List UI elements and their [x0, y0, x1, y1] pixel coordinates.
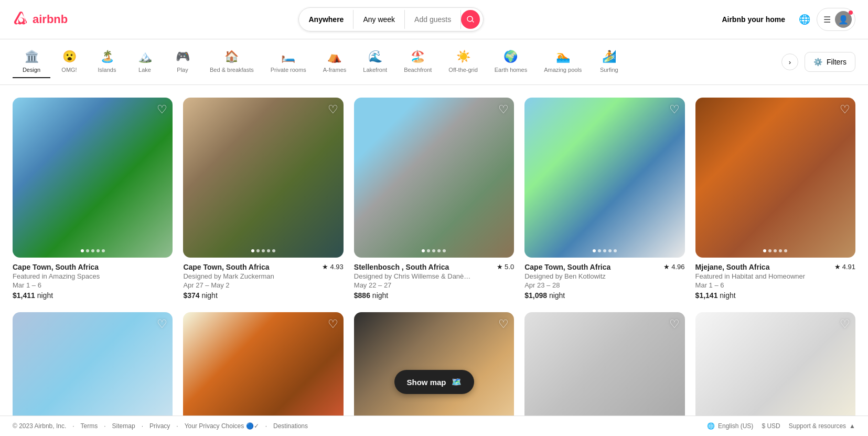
show-map-button[interactable]: Show map 🗺️ — [394, 370, 474, 394]
category-item-off-grid[interactable]: ☀️ Off-the-grid — [440, 46, 486, 78]
listing-dates: Mar 1 – 6 — [13, 281, 173, 289]
listing-dot — [256, 249, 260, 252]
category-label-lake: Lake — [138, 67, 151, 73]
hamburger-icon: ☰ — [823, 15, 831, 25]
listing-dot — [614, 249, 617, 252]
listing-card[interactable]: ♡ Cape Town, South Africa Featured in Am… — [13, 98, 173, 300]
category-item-design[interactable]: 🏛️ Design — [13, 46, 50, 78]
category-label-off-grid: Off-the-grid — [448, 67, 477, 73]
heart-button[interactable]: ♡ — [840, 317, 850, 331]
category-item-play[interactable]: 🎮 Play — [164, 46, 201, 78]
heart-button[interactable]: ♡ — [328, 317, 338, 331]
category-item-private-rooms[interactable]: 🛏️ Private rooms — [262, 46, 315, 78]
listing-card[interactable]: ♡ Cape Town, South Africa ★4.96 Designed… — [524, 98, 684, 300]
category-icon-lakefront: 🌊 — [368, 50, 382, 63]
listing-info: Mjejane, South Africa ★4.91 Featured in … — [695, 263, 855, 300]
filters-label: Filters — [827, 58, 846, 66]
footer-left: © 2023 Airbnb, Inc. · Terms · Sitemap · … — [13, 422, 308, 430]
listing-card[interactable]: ♡ Mjejane, South Africa ★4.91 Featured i… — [695, 98, 855, 300]
star-icon: ★ — [663, 263, 670, 271]
category-item-surfing[interactable]: 🏄 Surfing — [590, 46, 628, 78]
listing-info: Cape Town, South Africa ★4.93 Designed b… — [183, 263, 343, 300]
listing-dot — [593, 249, 596, 252]
listing-dot — [91, 249, 94, 252]
category-item-bed-breakfasts[interactable]: 🏠 Bed & breakfasts — [201, 46, 262, 78]
category-item-beachfront[interactable]: 🏖️ Beachfront — [395, 46, 440, 78]
heart-button[interactable]: ♡ — [669, 103, 680, 116]
listing-dates: Mar 1 – 6 — [695, 281, 855, 289]
listing-dot — [779, 249, 782, 252]
filters-button[interactable]: ⚙️ Filters — [805, 52, 855, 72]
heart-button[interactable]: ♡ — [840, 103, 850, 116]
category-icon-off-grid: ☀️ — [456, 50, 470, 63]
listing-card[interactable]: ♡ Cape Town, South Africa ★4.93 Designed… — [183, 98, 343, 300]
listing-dot — [251, 249, 254, 252]
airbnb-home-button[interactable]: Airbnb your home — [714, 10, 792, 29]
listing-rating: ★4.93 — [322, 263, 343, 271]
listing-subtitle: Featured in Amazing Spaces — [13, 272, 173, 280]
search-anywhere[interactable]: Anywhere — [299, 10, 353, 29]
footer-separator: · — [72, 422, 74, 430]
listing-image — [183, 98, 343, 258]
listing-image — [524, 98, 684, 258]
heart-button[interactable]: ♡ — [669, 317, 680, 331]
search-any-week[interactable]: Any week — [353, 10, 405, 29]
airbnb-logo-icon — [13, 11, 29, 28]
listing-dot — [598, 249, 601, 252]
search-add-guests[interactable]: Add guests — [405, 10, 461, 29]
category-item-earth-homes[interactable]: 🌍 Earth homes — [486, 46, 535, 78]
category-icon-lake: 🏔️ — [138, 50, 152, 63]
heart-button[interactable]: ♡ — [328, 103, 338, 116]
globe-icon[interactable]: 🌐 — [799, 14, 810, 25]
category-next-button[interactable]: › — [781, 54, 798, 70]
category-item-lake[interactable]: 🏔️ Lake — [126, 46, 164, 78]
listing-image-wrap: ♡ — [183, 98, 343, 258]
category-icon-play: 🎮 — [176, 50, 190, 63]
listing-image — [354, 98, 514, 258]
listing-price: $886 night — [354, 291, 514, 300]
category-label-private-rooms: Private rooms — [271, 67, 306, 73]
listing-location: Cape Town, South Africa — [524, 263, 610, 271]
listing-dot — [608, 249, 612, 252]
listing-dot — [427, 249, 430, 252]
listing-dates: May 22 – 27 — [354, 281, 514, 289]
footer-sitemap[interactable]: Sitemap — [112, 422, 135, 430]
listing-rating: ★5.0 — [497, 263, 514, 271]
listing-dot — [437, 249, 441, 252]
footer-destinations[interactable]: Destinations — [273, 422, 308, 430]
search-bar[interactable]: Anywhere Any week Add guests — [298, 7, 484, 31]
category-label-islands: Islands — [98, 67, 116, 73]
chevron-up-icon: ▲ — [849, 422, 855, 430]
listing-dot — [763, 249, 766, 252]
heart-button[interactable]: ♡ — [498, 317, 509, 331]
category-item-amazing-pools[interactable]: 🏊 Amazing pools — [535, 46, 590, 78]
listing-rating: ★4.91 — [834, 263, 855, 271]
listing-dot — [443, 249, 446, 252]
listing-image — [695, 98, 855, 258]
listing-card[interactable]: ♡ Stellenbosch , South Africa ★5.0 Desig… — [354, 98, 514, 300]
category-item-a-frames[interactable]: ⛺ A-frames — [315, 46, 355, 78]
footer-support[interactable]: Support & resources ▲ — [789, 422, 855, 430]
heart-button[interactable]: ♡ — [157, 317, 167, 331]
star-icon: ★ — [834, 263, 841, 271]
listing-title-row: Cape Town, South Africa ★4.93 — [183, 263, 343, 271]
footer-privacy-choices[interactable]: Your Privacy Choices 🔵✓ — [185, 422, 259, 430]
category-label-surfing: Surfing — [600, 67, 618, 73]
airbnb-logo[interactable]: airbnb — [13, 11, 68, 28]
category-item-islands[interactable]: 🏝️ Islands — [88, 46, 126, 78]
heart-button[interactable]: ♡ — [157, 103, 167, 116]
language-icon: 🌐 — [707, 422, 715, 430]
footer-language[interactable]: 🌐 English (US) — [707, 422, 753, 430]
listing-dot — [267, 249, 270, 252]
search-button[interactable] — [461, 10, 480, 29]
listing-rating: ★4.96 — [663, 263, 684, 271]
footer-privacy[interactable]: Privacy — [149, 422, 170, 430]
listing-subtitle: Designed by Mark Zuckerman — [183, 272, 343, 280]
heart-button[interactable]: ♡ — [498, 103, 509, 116]
user-menu[interactable]: ☰ 👤 — [817, 8, 855, 31]
category-item-omg[interactable]: 😮 OMG! — [50, 46, 88, 78]
category-item-lakefront[interactable]: 🌊 Lakefront — [355, 46, 395, 78]
footer-terms[interactable]: Terms — [81, 422, 98, 430]
listing-dot — [768, 249, 771, 252]
footer-currency[interactable]: $ USD — [762, 422, 780, 430]
